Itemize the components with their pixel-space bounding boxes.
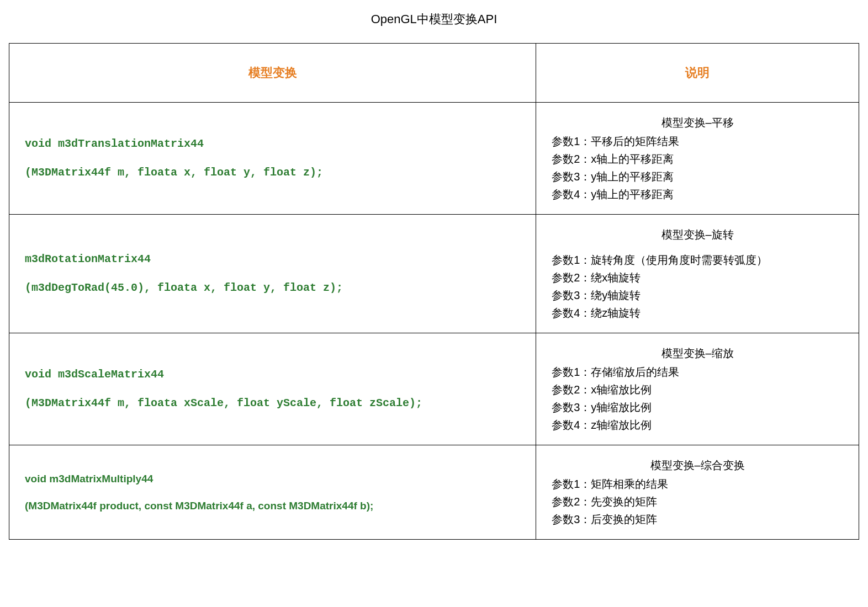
desc-cell: 模型变换–综合变换参数1：矩阵相乘的结果参数2：先变换的矩阵参数3：后变换的矩阵 <box>536 445 859 540</box>
api-table: 模型变换 说明 void m3dTranslationMatrix44(M3DM… <box>9 43 859 540</box>
api-signature-line: (M3DMatrix44f product, const M3DMatrix44… <box>25 492 520 519</box>
api-signature-line: void m3dTranslationMatrix44 <box>25 130 520 158</box>
desc-param-line: 参数3：y轴上的平移距离 <box>552 168 843 185</box>
desc-param-line: 参数3：y轴缩放比例 <box>552 398 843 416</box>
api-cell: void m3dMatrixMultiply44(M3DMatrix44f pr… <box>9 445 536 540</box>
api-signature-line: m3dRotationMatrix44 <box>25 245 520 274</box>
table-row: void m3dScaleMatrix44(M3DMatrix44f m, fl… <box>9 333 859 445</box>
desc-param-line: 参数1：平移后的矩阵结果 <box>552 132 843 150</box>
desc-param-line: 参数3：后变换的矩阵 <box>552 510 843 528</box>
spacer <box>552 244 843 251</box>
header-desc: 说明 <box>536 44 859 103</box>
api-cell: m3dRotationMatrix44(m3dDegToRad(45.0), f… <box>9 215 536 333</box>
api-cell: void m3dScaleMatrix44(M3DMatrix44f m, fl… <box>9 333 536 445</box>
desc-heading: 模型变换–综合变换 <box>552 456 843 474</box>
desc-param-line: 参数2：x轴上的平移距离 <box>552 150 843 168</box>
desc-param-line: 参数1：矩阵相乘的结果 <box>552 475 843 493</box>
desc-param-line: 参数3：绕y轴旋转 <box>552 286 843 304</box>
table-row: void m3dMatrixMultiply44(M3DMatrix44f pr… <box>9 445 859 540</box>
desc-param-line: 参数1：存储缩放后的结果 <box>552 363 843 381</box>
table-row: void m3dTranslationMatrix44(M3DMatrix44f… <box>9 103 859 215</box>
desc-param-line: 参数2：绕x轴旋转 <box>552 269 843 286</box>
desc-heading: 模型变换–缩放 <box>552 344 843 362</box>
desc-heading: 模型变换–旋转 <box>552 226 843 243</box>
table-row: m3dRotationMatrix44(m3dDegToRad(45.0), f… <box>9 215 859 333</box>
api-signature-line: (m3dDegToRad(45.0), floata x, float y, f… <box>25 274 520 302</box>
desc-param-line: 参数2：先变换的矩阵 <box>552 493 843 510</box>
desc-param-line: 参数4：y轴上的平移距离 <box>552 185 843 203</box>
page-title: OpenGL中模型变换API <box>9 11 859 28</box>
api-signature-line: (M3DMatrix44f m, floata x, float y, floa… <box>25 158 520 187</box>
desc-cell: 模型变换–旋转参数1：旋转角度（使用角度时需要转弧度）参数2：绕x轴旋转参数3：… <box>536 215 859 333</box>
desc-param-line: 参数4：绕z轴旋转 <box>552 304 843 322</box>
desc-param-line: 参数2：x轴缩放比例 <box>552 381 843 398</box>
desc-param-line: 参数4：z轴缩放比例 <box>552 416 843 434</box>
api-cell: void m3dTranslationMatrix44(M3DMatrix44f… <box>9 103 536 215</box>
table-header-row: 模型变换 说明 <box>9 44 859 103</box>
desc-param-line: 参数1：旋转角度（使用角度时需要转弧度） <box>552 251 843 269</box>
desc-heading: 模型变换–平移 <box>552 114 843 131</box>
desc-cell: 模型变换–平移参数1：平移后的矩阵结果参数2：x轴上的平移距离参数3：y轴上的平… <box>536 103 859 215</box>
api-signature-line: (M3DMatrix44f m, floata xScale, float yS… <box>25 389 520 418</box>
api-signature-line: void m3dScaleMatrix44 <box>25 360 520 389</box>
header-api: 模型变换 <box>9 44 536 103</box>
api-signature-line: void m3dMatrixMultiply44 <box>25 465 520 492</box>
desc-cell: 模型变换–缩放参数1：存储缩放后的结果参数2：x轴缩放比例参数3：y轴缩放比例参… <box>536 333 859 445</box>
